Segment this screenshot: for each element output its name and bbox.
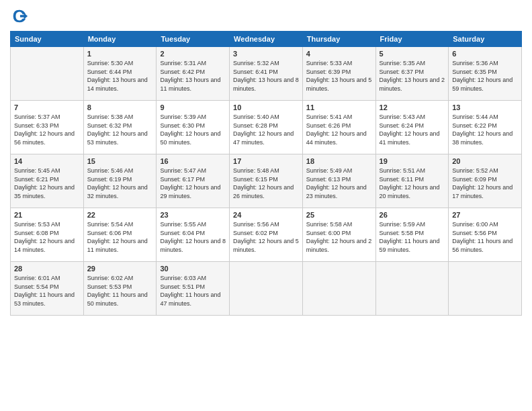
day-number: 12 — [380, 103, 445, 111]
week-row-3: 14 Sunrise: 5:45 AMSunset: 6:21 PMDaylig… — [11, 154, 522, 208]
day-cell: 25 Sunrise: 5:58 AMSunset: 6:00 PMDaylig… — [302, 208, 375, 262]
day-info: Sunrise: 5:54 AMSunset: 6:06 PMDaylight:… — [87, 220, 153, 254]
day-number: 19 — [380, 157, 445, 165]
day-info: Sunrise: 5:30 AMSunset: 6:44 PMDaylight:… — [87, 59, 153, 93]
day-number: 21 — [14, 211, 80, 219]
day-number: 22 — [87, 211, 153, 219]
day-cell: 6 Sunrise: 5:36 AMSunset: 6:35 PMDayligh… — [449, 47, 522, 101]
day-info: Sunrise: 5:45 AMSunset: 6:21 PMDaylight:… — [14, 167, 80, 200]
day-cell — [449, 262, 522, 316]
day-cell: 1 Sunrise: 5:30 AMSunset: 6:44 PMDayligh… — [83, 47, 157, 101]
day-cell: 27 Sunrise: 6:00 AMSunset: 5:56 PMDaylig… — [449, 208, 522, 262]
day-number: 14 — [14, 157, 80, 165]
day-info: Sunrise: 5:43 AMSunset: 6:24 PMDaylight:… — [380, 113, 445, 146]
day-info: Sunrise: 5:44 AMSunset: 6:22 PMDaylight:… — [452, 113, 518, 146]
day-info: Sunrise: 6:03 AMSunset: 5:51 PMDaylight:… — [160, 274, 226, 308]
day-cell: 19 Sunrise: 5:51 AMSunset: 6:11 PMDaylig… — [375, 154, 449, 208]
day-info: Sunrise: 5:59 AMSunset: 5:58 PMDaylight:… — [380, 220, 445, 254]
weekday-header-thursday: Thursday — [302, 32, 375, 47]
day-cell: 2 Sunrise: 5:31 AMSunset: 6:42 PMDayligh… — [157, 47, 230, 101]
day-number: 2 — [160, 50, 226, 58]
day-cell: 3 Sunrise: 5:32 AMSunset: 6:41 PMDayligh… — [230, 47, 303, 101]
week-row-1: 1 Sunrise: 5:30 AMSunset: 6:44 PMDayligh… — [11, 47, 522, 101]
day-cell: 13 Sunrise: 5:44 AMSunset: 6:22 PMDaylig… — [449, 101, 522, 154]
day-number: 17 — [233, 157, 299, 165]
day-cell: 5 Sunrise: 5:35 AMSunset: 6:37 PMDayligh… — [375, 47, 449, 101]
day-info: Sunrise: 5:55 AMSunset: 6:04 PMDaylight:… — [160, 220, 226, 254]
day-number: 27 — [452, 211, 518, 219]
header — [10, 7, 522, 26]
day-info: Sunrise: 5:46 AMSunset: 6:19 PMDaylight:… — [87, 167, 153, 200]
day-number: 16 — [160, 157, 226, 165]
day-cell: 21 Sunrise: 5:53 AMSunset: 6:08 PMDaylig… — [11, 208, 84, 262]
day-info: Sunrise: 5:47 AMSunset: 6:17 PMDaylight:… — [160, 167, 226, 200]
day-info: Sunrise: 5:41 AMSunset: 6:26 PMDaylight:… — [306, 113, 372, 146]
day-cell — [230, 262, 303, 316]
day-number: 20 — [452, 157, 518, 165]
weekday-header-monday: Monday — [83, 32, 157, 47]
day-cell: 18 Sunrise: 5:49 AMSunset: 6:13 PMDaylig… — [302, 154, 375, 208]
day-cell: 26 Sunrise: 5:59 AMSunset: 5:58 PMDaylig… — [375, 208, 449, 262]
day-number: 10 — [233, 103, 299, 111]
day-cell: 11 Sunrise: 5:41 AMSunset: 6:26 PMDaylig… — [302, 101, 375, 154]
day-number: 15 — [87, 157, 153, 165]
day-info: Sunrise: 5:40 AMSunset: 6:28 PMDaylight:… — [233, 113, 299, 146]
day-number: 25 — [306, 211, 372, 219]
day-cell: 23 Sunrise: 5:55 AMSunset: 6:04 PMDaylig… — [157, 208, 230, 262]
day-info: Sunrise: 6:01 AMSunset: 5:54 PMDaylight:… — [14, 274, 80, 308]
day-info: Sunrise: 5:31 AMSunset: 6:42 PMDaylight:… — [160, 59, 226, 93]
day-info: Sunrise: 5:39 AMSunset: 6:30 PMDaylight:… — [160, 113, 226, 146]
day-info: Sunrise: 5:53 AMSunset: 6:08 PMDaylight:… — [14, 220, 80, 254]
day-info: Sunrise: 5:49 AMSunset: 6:13 PMDaylight:… — [306, 167, 372, 200]
day-cell: 12 Sunrise: 5:43 AMSunset: 6:24 PMDaylig… — [375, 101, 449, 154]
day-cell: 15 Sunrise: 5:46 AMSunset: 6:19 PMDaylig… — [83, 154, 157, 208]
weekday-header-saturday: Saturday — [449, 32, 522, 47]
day-cell: 24 Sunrise: 5:56 AMSunset: 6:02 PMDaylig… — [230, 208, 303, 262]
day-number: 30 — [160, 265, 226, 273]
day-info: Sunrise: 5:38 AMSunset: 6:32 PMDaylight:… — [87, 113, 153, 146]
calendar-table: SundayMondayTuesdayWednesdayThursdayFrid… — [10, 31, 522, 316]
week-row-4: 21 Sunrise: 5:53 AMSunset: 6:08 PMDaylig… — [11, 208, 522, 262]
day-info: Sunrise: 5:36 AMSunset: 6:35 PMDaylight:… — [452, 59, 518, 93]
day-cell: 16 Sunrise: 5:47 AMSunset: 6:17 PMDaylig… — [157, 154, 230, 208]
day-number: 6 — [452, 50, 518, 58]
day-cell — [302, 262, 375, 316]
day-info: Sunrise: 5:51 AMSunset: 6:11 PMDaylight:… — [380, 167, 445, 200]
day-cell: 29 Sunrise: 6:02 AMSunset: 5:53 PMDaylig… — [83, 262, 157, 316]
day-info: Sunrise: 5:33 AMSunset: 6:39 PMDaylight:… — [306, 59, 372, 93]
day-cell: 10 Sunrise: 5:40 AMSunset: 6:28 PMDaylig… — [230, 101, 303, 154]
week-row-2: 7 Sunrise: 5:37 AMSunset: 6:33 PMDayligh… — [11, 101, 522, 154]
day-number: 18 — [306, 157, 372, 165]
logo — [10, 7, 32, 26]
day-info: Sunrise: 6:00 AMSunset: 5:56 PMDaylight:… — [452, 220, 518, 254]
day-cell: 14 Sunrise: 5:45 AMSunset: 6:21 PMDaylig… — [11, 154, 84, 208]
day-number: 4 — [306, 50, 372, 58]
day-cell: 28 Sunrise: 6:01 AMSunset: 5:54 PMDaylig… — [11, 262, 84, 316]
day-info: Sunrise: 5:48 AMSunset: 6:15 PMDaylight:… — [233, 167, 299, 200]
day-cell: 17 Sunrise: 5:48 AMSunset: 6:15 PMDaylig… — [230, 154, 303, 208]
weekday-header-row: SundayMondayTuesdayWednesdayThursdayFrid… — [11, 32, 522, 47]
day-number: 7 — [14, 103, 80, 111]
day-number: 28 — [14, 265, 80, 273]
page: SundayMondayTuesdayWednesdayThursdayFrid… — [0, 0, 532, 411]
weekday-header-sunday: Sunday — [11, 32, 84, 47]
day-number: 1 — [87, 50, 153, 58]
logo-icon — [10, 7, 29, 26]
day-cell — [375, 262, 449, 316]
day-info: Sunrise: 5:37 AMSunset: 6:33 PMDaylight:… — [14, 113, 80, 146]
day-cell: 22 Sunrise: 5:54 AMSunset: 6:06 PMDaylig… — [83, 208, 157, 262]
day-number: 26 — [380, 211, 445, 219]
day-cell: 20 Sunrise: 5:52 AMSunset: 6:09 PMDaylig… — [449, 154, 522, 208]
day-number: 9 — [160, 103, 226, 111]
day-cell: 30 Sunrise: 6:03 AMSunset: 5:51 PMDaylig… — [157, 262, 230, 316]
day-number: 3 — [233, 50, 299, 58]
day-number: 29 — [87, 265, 153, 273]
day-info: Sunrise: 5:52 AMSunset: 6:09 PMDaylight:… — [452, 167, 518, 200]
day-number: 13 — [452, 103, 518, 111]
day-cell: 8 Sunrise: 5:38 AMSunset: 6:32 PMDayligh… — [83, 101, 157, 154]
weekday-header-wednesday: Wednesday — [230, 32, 303, 47]
day-info: Sunrise: 5:32 AMSunset: 6:41 PMDaylight:… — [233, 59, 299, 93]
day-info: Sunrise: 5:35 AMSunset: 6:37 PMDaylight:… — [380, 59, 445, 93]
day-number: 23 — [160, 211, 226, 219]
day-number: 24 — [233, 211, 299, 219]
